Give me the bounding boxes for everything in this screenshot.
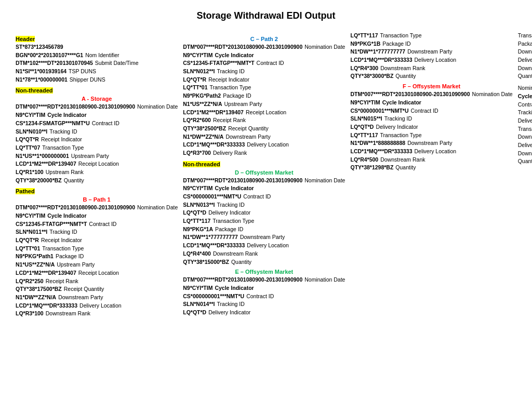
list-item: QTY*38*20000*BZ Quantity [16,177,178,184]
list-item: CS*00000001***NMT*U Contract ID [350,107,512,115]
list-item: DTM*007****RDT*201301080900-201301090900… [183,43,345,51]
list-item: N9*CYI*TIM Cycle Indicator [183,284,345,292]
list-item: N1*DW**ZZ*N/A Downstream Party [16,294,178,301]
f-offsystem-label: F – Offsystem Market [350,83,512,89]
list-item: CS*000000001***NMT*U Contract ID [183,292,345,300]
list-item: LQ*R2*600 Receipt Rank [183,116,345,124]
page-title: Storage Withdrawal EDI Output [16,10,516,21]
list-item: DTM*007****RDT*201301080900-201301090900… [183,276,345,284]
list-item: Transaction Type [518,32,532,39]
col3-top-rows: LQ*TT*117 Transaction Type N9*PKG*1B Pac… [350,32,512,80]
non-threaded-label-2: Non-threaded [183,161,345,167]
list-item: N9*CYI*TIM Cycle Indicator [183,184,345,192]
list-item: LQ*R3*700 Delivery Rank [183,149,345,157]
list-item: N9*CYI*TIM Cycle Indicator [350,99,512,107]
list-item: LQ*R2*250 Receipt Rank [16,277,178,285]
list-item: LQ*QT*D Delivery Indicator [183,309,345,316]
column-4: Transaction Type Package ID Downstream P… [518,32,532,321]
list-item: DTM*102****DT*201301070945 Submit Date/T… [16,59,178,67]
list-item: CS*1234-FSMATGP***NMT*U Contract ID [16,119,178,127]
list-item: LCD*1*MQ***DR*333333 Delivery Location [16,302,178,310]
pathed-section: Pathed B – Path 1 DTM*007****RDT*2013010… [16,188,178,317]
list-item: DTM*007****RDT*201301080900-201301090900… [16,103,178,111]
e-offsystem-section: E – Offsystem Market DTM*007****RDT*2013… [183,269,345,316]
list-item: LQ*R4*400 Downstream Rank [183,250,345,258]
list-item: LQ*QT*D Delivery Indicator [183,209,345,217]
list-item: Transaction Type [518,125,532,133]
list-item: LCD*1*M2***DR*139407 Receipt Location [16,160,178,168]
b-path1-label: B – Path 1 [16,196,178,203]
list-item: LQ*TT*117 Transaction Type [183,217,345,225]
list-item: SLN*N010**I Tracking ID [16,128,178,136]
non-threaded-label: Non-threaded [16,87,178,94]
list-item: Delivery Location [518,56,532,64]
list-item: SLN*N012**I Tracking ID [183,68,345,75]
list-item: DTM*007****RDT*201301080900-201301090900… [16,204,178,211]
list-item: LCD*1*MQ***DR*333333 Delivery Location [183,141,345,149]
list-item: N1*DW**1*777777777 Downstream Party [183,233,345,241]
list-item: Downstream Party [518,48,532,56]
list-item: LQ*R1*100 Upstream Rank [16,168,178,176]
list-item: QTY*38*15000*BZ Quantity [183,258,345,266]
list-item: N9*CYI*TIM Cycle Indicator [16,111,178,119]
f-offsystem-section: F – Offsystem Market DTM*007****RDT*2013… [350,83,512,171]
list-item: Downstream Rank [518,150,532,157]
list-item: N1*SI**1*001939164 TSP DUNS [16,68,178,75]
list-item: QTY*38*2500*BZ Receipt Quantity [183,125,345,132]
list-item: LQ*QT*D Delivery Indicator [350,123,512,131]
list-item: LCD*1*M2***DR*139407 Receipt Location [16,269,178,277]
list-item: CS*12345-FTATGP***NMT*T Contract ID [183,59,345,67]
list-item: LQ*TT*01 Transaction Type [183,84,345,91]
header-label: Header [16,36,178,42]
list-item: LQ*R4*500 Downstream Rank [350,156,512,164]
e-offsystem-label: E – Offsystem Market [183,269,345,275]
list-item: Cycle Indicator [518,92,532,100]
list-item: LQ*TT*117 Transaction Type [350,131,512,139]
list-item: LQ*R3*100 Downstream Rank [16,310,178,317]
list-item: LCD*1*MQ***DR*333333 Delivery Location [350,148,512,155]
list-item: CS*00000001***NMT*U Contract ID [183,193,345,201]
list-item: Package ID [518,40,532,48]
list-item: N1*DW**1*777777777 Downstream Party [350,48,512,56]
list-item: QTY*38*3000*BZ Quantity [350,72,512,80]
list-item: Delivery Indicator [518,117,532,125]
list-item: ST*873*123456789 [16,43,178,51]
pathed-label: Pathed [16,188,178,194]
list-item: SLN*N011**I Tracking ID [16,228,178,236]
list-item: LQ*TT*01 Transaction Type [16,245,178,252]
list-item: Downstream Rank [518,64,532,72]
list-item: N1*DW**1*888888888 Downstream Party [350,139,512,147]
list-item: Quantity [518,72,532,80]
list-item: N9*PKG*Path2 Package ID [183,92,345,100]
list-item: BGN*00*2*20130107****G1 Nom Identifier [16,51,178,59]
list-item: DTM*007****RDT*201301080900-201301090900… [350,90,512,98]
list-item: N1*US**ZZ*N/A Upstream Party [183,100,345,108]
list-item: SLN*N013**I Tracking ID [183,201,345,209]
list-item: LQ*TT*07 Transaction Type [16,144,178,152]
list-item: Nomination Date [518,84,532,92]
list-item: LCD*1*MQ***DR*333333 Delivery Location [183,242,345,249]
list-item: CS*12345-FTATGP***NMT*T Contract ID [16,220,178,228]
non-threaded-section: Non-threaded A - Storage DTM*007****RDT*… [16,87,178,184]
list-item: LCD*1*M2***DR*139407 Receipt Location [183,109,345,116]
list-item: Contract ID [518,101,532,109]
c-path2-section: C – Path 2 DTM*007****RDT*201301080900-2… [183,36,345,157]
list-item: N1*78**1*000000001 Shipper DUNS [16,76,178,84]
a-storage-label: A - Storage [16,96,178,102]
list-item: LQ*TT*117 Transaction Type [350,32,512,39]
list-item: SLN*N015**I Tracking ID [350,115,512,123]
list-item: Quantity [518,157,532,165]
list-item: N1*DW**ZZ*N/A Downstream Party [183,133,345,141]
non-threaded-section-2: Non-threaded D – Offsystem Market DTM*00… [183,161,345,266]
header-section: Header ST*873*123456789 BGN*00*2*2013010… [16,36,178,83]
column-3: LQ*TT*117 Transaction Type N9*PKG*1B Pac… [350,32,512,321]
list-item: LQ*QT*R Receipt Indicator [183,76,345,84]
list-item: Delivery Location [518,141,532,149]
c-path2-label: C – Path 2 [183,36,345,42]
d-offsystem-label: D – Offsystem Market [183,169,345,176]
list-item: N9*PKG*Path1 Package ID [16,252,178,260]
list-item: QTY*38*17500*BZ Receipt Quantity [16,285,178,293]
list-item: N1*US**ZZ*N/A Upstream Party [16,261,178,269]
col4-labels: Transaction Type Package ID Downstream P… [518,32,532,165]
list-item: QTY*38*1298*BZ Quantity [350,164,512,171]
